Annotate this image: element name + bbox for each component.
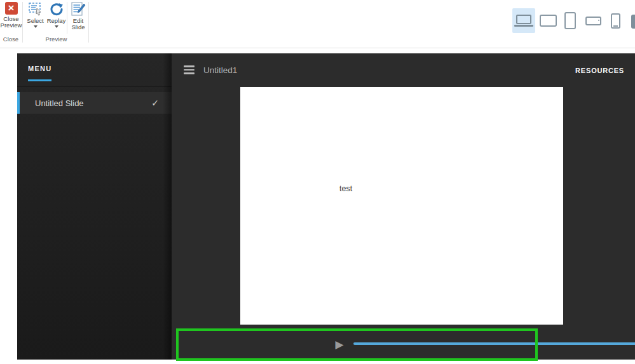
select-label: Select <box>27 18 43 24</box>
device-phone-landscape-button[interactable] <box>582 8 604 33</box>
tab-menu[interactable]: MENU <box>28 65 52 72</box>
replay-button[interactable]: Replay <box>46 2 67 35</box>
player-topbar: Untitled1 RESOURCES <box>172 53 635 87</box>
clipped-device-icon <box>631 15 635 29</box>
preview-player-window: MENU Untitled Slide ✓ Untitled1 RESOURCE… <box>17 53 635 360</box>
menu-hamburger-icon[interactable] <box>184 65 195 74</box>
device-tablet-landscape-button[interactable] <box>536 8 559 33</box>
close-preview-icon: × <box>5 2 18 15</box>
replay-icon <box>49 2 64 17</box>
play-icon: ▶ <box>335 338 343 351</box>
edit-slide-label: Edit Slide <box>68 18 88 30</box>
sidebar-item-untitled-slide[interactable]: Untitled Slide ✓ <box>17 92 172 114</box>
sidebar-shadow <box>163 53 172 360</box>
tablet-portrait-icon <box>564 12 576 29</box>
edit-slide-icon <box>71 2 86 17</box>
player-sidebar: MENU Untitled Slide ✓ <box>17 53 172 360</box>
menu-header: MENU <box>17 53 172 87</box>
replay-label: Replay <box>47 18 66 24</box>
project-title: Untitled1 <box>203 65 237 75</box>
slide-canvas: test <box>240 87 563 325</box>
select-button[interactable]: Select <box>25 2 46 35</box>
slide-title: Untitled Slide <box>20 98 151 108</box>
player-controlbar: ▶ ↻ ⚙ <box>172 328 635 360</box>
device-phone-portrait-button[interactable] <box>604 8 627 33</box>
preview-group-label: Preview <box>25 36 88 43</box>
play-button[interactable]: ▶ <box>331 336 348 353</box>
edit-slide-button[interactable]: Edit Slide <box>68 2 88 35</box>
tablet-landscape-icon <box>540 15 557 27</box>
ribbon-separator <box>67 2 67 34</box>
menu-tab-underline <box>28 79 51 81</box>
device-tablet-portrait-button[interactable] <box>559 8 582 33</box>
seekbar[interactable] <box>353 342 635 345</box>
select-dropdown-arrow-icon <box>34 25 38 28</box>
device-laptop-button[interactable] <box>512 8 535 33</box>
laptop-icon <box>514 15 533 27</box>
replay-dropdown-arrow-icon <box>55 25 58 28</box>
phone-portrait-icon <box>611 13 620 29</box>
ribbon-separator <box>88 2 89 43</box>
ribbon-separator <box>22 2 23 43</box>
close-group-label: Close <box>0 36 22 43</box>
phone-landscape-icon <box>585 17 601 25</box>
select-icon <box>28 2 43 17</box>
close-preview-button[interactable]: × Close Preview <box>1 2 22 35</box>
close-preview-label: Close Preview <box>1 16 22 29</box>
slide-text: test <box>339 184 352 193</box>
ribbon-toolbar: × Close Preview Close Select Replay <box>0 0 635 48</box>
resources-link[interactable]: RESOURCES <box>575 67 624 74</box>
